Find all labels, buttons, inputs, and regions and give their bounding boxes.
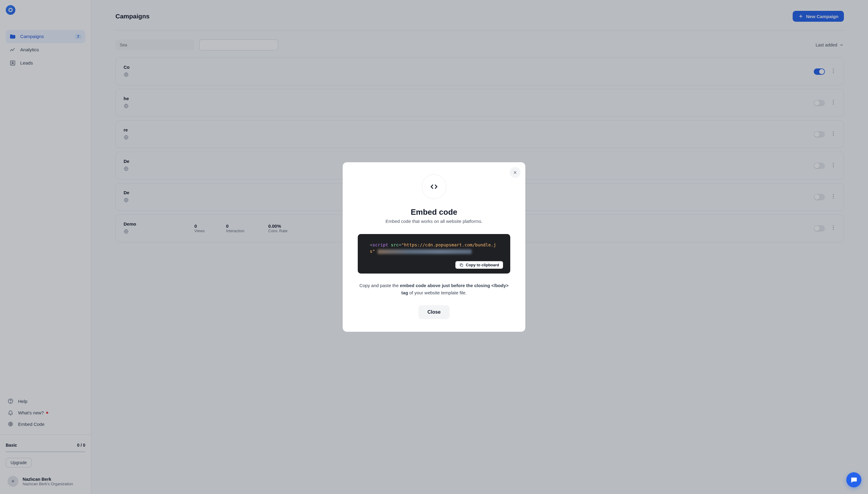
close-icon: [513, 170, 517, 175]
modal-overlay[interactable]: Embed code Embed code that works on all …: [0, 0, 868, 494]
embed-code-modal: Embed code Embed code that works on all …: [343, 162, 525, 332]
copy-to-clipboard-button[interactable]: Copy to clipboard: [455, 261, 503, 269]
code-block: <script src="https://cdn.popupsmart.com/…: [358, 234, 510, 273]
modal-subtitle: Embed code that works on all website pla…: [358, 218, 510, 224]
chat-fab[interactable]: [846, 472, 861, 487]
close-modal-button[interactable]: Close: [418, 305, 450, 319]
svg-rect-32: [460, 264, 462, 266]
chat-icon: [850, 476, 858, 484]
copy-label: Copy to clipboard: [466, 263, 499, 267]
code-icon: [422, 174, 446, 199]
modal-title: Embed code: [358, 208, 510, 217]
modal-instructions: Copy and paste the embed code above just…: [358, 282, 510, 296]
copy-icon: [459, 263, 463, 267]
close-button[interactable]: [510, 167, 520, 178]
redacted-code: [378, 249, 472, 254]
